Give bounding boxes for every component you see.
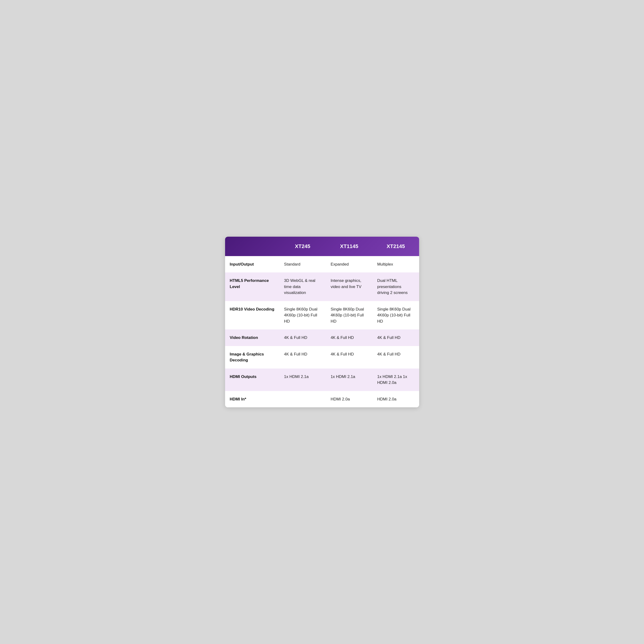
table-row: Video Rotation4K & Full HD4K & Full HD4K…: [225, 329, 419, 346]
table-row: HDMI Outputs1x HDMI 2.1a1x HDMI 2.1a1x H…: [225, 369, 419, 391]
table-container: XT245 XT1145 XT2145 Input/OutputStandard…: [225, 237, 419, 408]
xt245-value: 4K & Full HD: [279, 346, 326, 369]
table-header-row: XT245 XT1145 XT2145: [225, 237, 419, 256]
feature-label: Input/Output: [225, 256, 280, 273]
xt245-value: Standard: [279, 256, 326, 273]
xt2145-value: Dual HTML presentations driving 2 screen…: [373, 272, 419, 301]
xt2145-value: 1x HDMI 2.1a 1x HDMI 2.0a: [373, 369, 419, 391]
header-xt245: XT245: [279, 237, 326, 256]
xt1145-value: HDMI 2.0a: [326, 391, 373, 408]
table-row: HTML5 Performance Level3D WebGL & real t…: [225, 272, 419, 301]
feature-label: HTML5 Performance Level: [225, 272, 280, 301]
feature-label: HDR10 Video Decoding: [225, 301, 280, 330]
xt1145-value: 1x HDMI 2.1a: [326, 369, 373, 391]
xt2145-value: HDMI 2.0a: [373, 391, 419, 408]
xt2145-value: Multiplex: [373, 256, 419, 273]
header-xt2145: XT2145: [373, 237, 419, 256]
xt245-value: 1x HDMI 2.1a: [279, 369, 326, 391]
table-row: Input/OutputStandardExpandedMultiplex: [225, 256, 419, 273]
table-row: HDR10 Video DecodingSingle 8K60p Dual 4K…: [225, 301, 419, 330]
feature-label: Video Rotation: [225, 329, 280, 346]
feature-label: Image & Graphics Decoding: [225, 346, 280, 369]
xt245-value: 3D WebGL & real time data visualization: [279, 272, 326, 301]
xt1145-value: Intense graphics, video and live TV: [326, 272, 373, 301]
comparison-table: XT245 XT1145 XT2145 Input/OutputStandard…: [225, 237, 419, 408]
xt1145-value: 4K & Full HD: [326, 346, 373, 369]
xt2145-value: 4K & Full HD: [373, 346, 419, 369]
xt245-value: 4K & Full HD: [279, 329, 326, 346]
header-feature-col: [225, 237, 280, 256]
xt2145-value: 4K & Full HD: [373, 329, 419, 346]
feature-label: HDMI Outputs: [225, 369, 280, 391]
xt1145-value: Expanded: [326, 256, 373, 273]
header-xt1145: XT1145: [326, 237, 373, 256]
xt245-value: [279, 391, 326, 408]
xt245-value: Single 8K60p Dual 4K60p (10-bit) Full HD: [279, 301, 326, 330]
feature-label: HDMI In*: [225, 391, 280, 408]
xt1145-value: Single 8K60p Dual 4K60p (10-bit) Full HD: [326, 301, 373, 330]
comparison-card: XT245 XT1145 XT2145 Input/OutputStandard…: [225, 237, 419, 408]
xt2145-value: Single 8K60p Dual 4K60p (10-bit) Full HD: [373, 301, 419, 330]
table-row: Image & Graphics Decoding4K & Full HD4K …: [225, 346, 419, 369]
xt1145-value: 4K & Full HD: [326, 329, 373, 346]
table-row: HDMI In*HDMI 2.0aHDMI 2.0a: [225, 391, 419, 408]
